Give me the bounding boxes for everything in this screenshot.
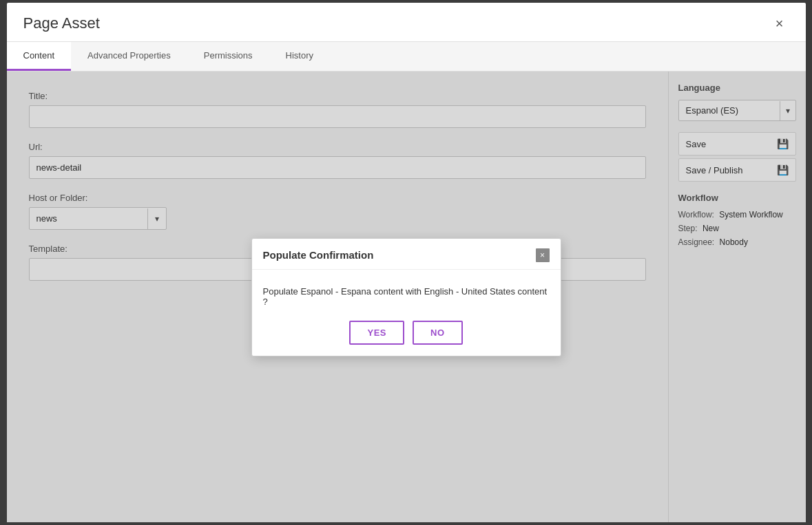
modal-header: Page Asset × [7, 3, 806, 42]
tab-permissions[interactable]: Permissions [187, 42, 269, 71]
modal-title: Page Asset [23, 14, 100, 32]
tab-advanced-properties[interactable]: Advanced Properties [71, 42, 187, 71]
popup-dialog: Populate Confirmation × Populate Espanol… [251, 238, 561, 356]
popup-message: Populate Espanol - Espana content with E… [263, 286, 550, 307]
popup-header: Populate Confirmation × [252, 239, 561, 270]
yes-button[interactable]: YES [349, 321, 404, 345]
modal-body: Title: Url: Host or Folder: news ▾ Templ… [7, 72, 806, 522]
tabs-bar: Content Advanced Properties Permissions … [7, 42, 806, 72]
tab-history[interactable]: History [269, 42, 330, 71]
popup-title: Populate Confirmation [263, 249, 374, 261]
popup-close-button[interactable]: × [536, 248, 550, 262]
tab-content[interactable]: Content [7, 42, 72, 71]
modal-close-button[interactable]: × [770, 14, 789, 33]
modal-overlay: Page Asset × Content Advanced Properties… [0, 0, 812, 525]
modal-window: Page Asset × Content Advanced Properties… [7, 3, 806, 522]
popup-body: Populate Espanol - Espana content with E… [252, 270, 561, 356]
popup-overlay: Populate Confirmation × Populate Espanol… [7, 72, 806, 522]
no-button[interactable]: NO [413, 321, 463, 345]
popup-actions: YES NO [263, 321, 550, 345]
